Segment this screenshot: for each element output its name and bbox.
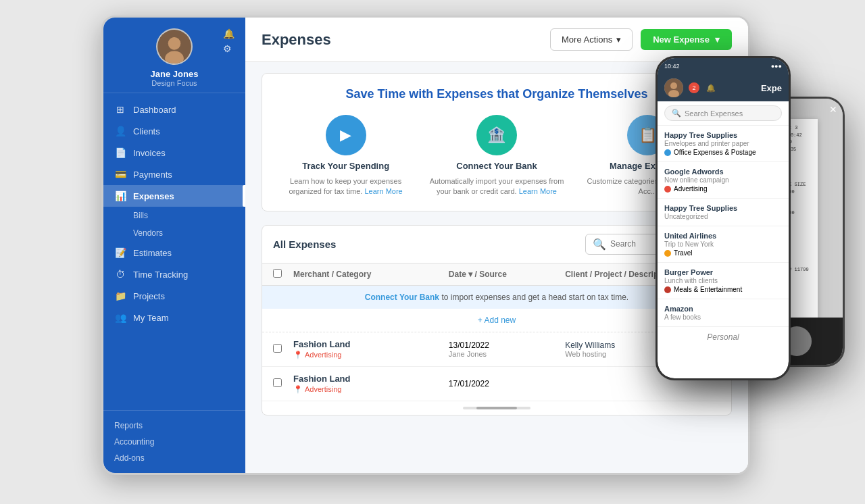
sidebar-item-label: Time Tracking	[133, 270, 188, 280]
list-item[interactable]: Happy Tree Supplies Envelopes and printe…	[658, 126, 789, 162]
merchant-category: 📍 Advertising	[293, 351, 449, 359]
merchant-name: Fashion Land	[293, 374, 449, 384]
sidebar-item-label: Clients	[133, 126, 160, 136]
sidebar-user-name: Jane Jones	[151, 69, 199, 79]
expense-category: Meals & Entertainment	[664, 286, 782, 293]
list-item[interactable]: Google Adwords Now online campaign Adver…	[658, 162, 789, 199]
svg-point-1	[168, 37, 181, 50]
promo-card-title: Connect Your Bank	[456, 161, 537, 171]
promo-card-bank: 🏦 Connect Your Bank Automatically import…	[426, 115, 566, 197]
expense-name: Happy Tree Supplies	[664, 204, 782, 212]
list-item[interactable]: United Airlines Trip to New York Travel	[658, 226, 789, 263]
chevron-down-icon: ▾	[616, 34, 621, 45]
col-header-merchant: Merchant / Category	[293, 270, 449, 279]
sidebar-sub-item-vendors[interactable]: Vendors	[103, 224, 245, 242]
learn-more-link-2[interactable]: Learn More	[519, 187, 557, 195]
bell-icon: 🔔	[706, 84, 716, 93]
sidebar-footer-addons[interactable]: Add-ons	[114, 450, 234, 466]
sidebar-header: 🔔 ⚙ Jane Jones Design Focus	[103, 18, 245, 93]
more-actions-button[interactable]: More Actions ▾	[550, 28, 633, 51]
phone-header-title: Expe	[761, 83, 782, 93]
phone-search-box[interactable]: 🔍 Search Expenses	[664, 105, 782, 121]
learn-more-link-1[interactable]: Learn More	[364, 187, 402, 195]
category-dot	[664, 186, 671, 193]
row-checkbox-1[interactable]	[273, 344, 282, 353]
new-expense-button[interactable]: New Expense ▾	[641, 29, 732, 50]
sidebar-item-dashboard[interactable]: ⊞ Dashboard	[103, 99, 245, 120]
promo-card-desc: Automatically import your expenses from …	[426, 176, 566, 197]
sidebar-item-expenses[interactable]: 📊 Expenses	[103, 185, 245, 207]
expense-name: United Airlines	[664, 232, 782, 240]
col-header-date[interactable]: Date ▾ / Source	[449, 270, 565, 279]
list-item[interactable]: Burger Power Lunch with clients Meals & …	[658, 263, 789, 299]
sidebar-item-label: Payments	[133, 170, 172, 180]
phone-screen: 10:42 ●●● 2 🔔 Expe 🔍 Search Ex	[658, 58, 789, 378]
sidebar-item-estimates[interactable]: 📝 Estimates	[103, 242, 245, 263]
merchant-category: 📍 Advertising	[293, 385, 449, 394]
row-checkbox-2[interactable]	[273, 378, 282, 387]
time-tracking-icon: ⏱	[114, 269, 126, 280]
category-dot	[664, 149, 671, 156]
avatar	[156, 28, 193, 65]
connect-bank-icon: 🏦	[476, 115, 517, 155]
sidebar-footer: Reports Accounting Add-ons	[103, 410, 245, 473]
expense-category: Office Expenses & Postage	[664, 149, 782, 156]
dashboard-icon: ⊞	[114, 104, 126, 115]
expense-sub: Envelopes and printer paper	[664, 140, 782, 147]
sidebar-item-invoices[interactable]: 📄 Invoices	[103, 142, 245, 163]
scrollbar[interactable]	[463, 407, 530, 409]
promo-card-title: Track Your Spending	[302, 161, 389, 171]
advertising-dot: 📍	[293, 385, 303, 394]
expense-sub: Trip to New York	[664, 241, 782, 248]
expense-sub: A few books	[664, 313, 782, 321]
sidebar-item-label: Invoices	[133, 148, 166, 158]
expenses-icon: 📊	[114, 191, 126, 201]
phone-signal: ●●●	[771, 63, 782, 70]
category-dot	[664, 286, 671, 293]
sidebar-item-projects[interactable]: 📁 Projects	[103, 285, 245, 307]
chevron-down-icon: ▾	[715, 34, 720, 45]
receipt-scan-close-icon[interactable]: ✕	[829, 104, 837, 115]
select-all-checkbox[interactable]	[273, 269, 282, 278]
track-spending-icon: ▶	[326, 115, 366, 155]
list-item[interactable]: Happy Tree Supplies Uncategorized	[658, 199, 789, 226]
expense-category: Travel	[664, 249, 782, 257]
avatar-area: 🔔 ⚙	[109, 28, 240, 65]
promo-card-desc: Learn how to keep your expenses organize…	[276, 176, 416, 197]
projects-icon: 📁	[114, 291, 126, 301]
sidebar-footer-accounting[interactable]: Accounting	[114, 434, 234, 450]
sidebar-item-label: Dashboard	[133, 105, 176, 115]
sidebar-item-time-tracking[interactable]: ⏱ Time Tracking	[103, 263, 245, 285]
personal-label: Personal	[658, 327, 789, 347]
header-actions: More Actions ▾ New Expense ▾	[550, 28, 732, 51]
phone-time: 10:42	[664, 63, 680, 70]
payments-icon: 💳	[114, 169, 126, 180]
phone-expense-list: Happy Tree Supplies Envelopes and printe…	[658, 126, 789, 378]
merchant-name: Fashion Land	[293, 339, 449, 349]
sidebar-item-clients[interactable]: 👤 Clients	[103, 120, 245, 142]
svg-point-4	[670, 82, 677, 89]
connect-bank-link[interactable]: Connect Your Bank	[365, 293, 439, 302]
phone-search-placeholder: Search Expenses	[685, 109, 743, 118]
settings-icon[interactable]: ⚙	[223, 43, 234, 54]
phone-search-area: 🔍 Search Expenses	[658, 101, 789, 126]
phone-overlay: 10:42 ●●● 2 🔔 Expe 🔍 Search Ex	[656, 56, 791, 380]
expenses-section-title: All Expenses	[273, 238, 336, 250]
sidebar-item-label: Expenses	[133, 191, 174, 201]
checkbox-all[interactable]	[273, 269, 293, 280]
invoices-icon: 📄	[114, 147, 126, 158]
expense-sub: Lunch with clients	[664, 277, 782, 284]
sidebar-footer-reports[interactable]: Reports	[114, 418, 234, 434]
expense-date: 13/01/2022	[449, 341, 565, 350]
sidebar-top-icons: 🔔 ⚙	[223, 28, 234, 54]
category-dot	[664, 250, 671, 257]
sidebar-item-payments[interactable]: 💳 Payments	[103, 163, 245, 185]
promo-cards: ▶ Track Your Spending Learn how to keep …	[276, 115, 718, 197]
phone-status-bar: 10:42 ●●●	[658, 58, 789, 74]
list-item[interactable]: Amazon A few books	[658, 299, 789, 327]
sidebar-item-label: Estimates	[133, 248, 172, 258]
expense-source: Jane Jones	[449, 350, 565, 358]
notification-icon[interactable]: 🔔	[223, 28, 234, 39]
sidebar-item-my-team[interactable]: 👥 My Team	[103, 307, 245, 328]
sidebar-sub-item-bills[interactable]: Bills	[103, 207, 245, 224]
